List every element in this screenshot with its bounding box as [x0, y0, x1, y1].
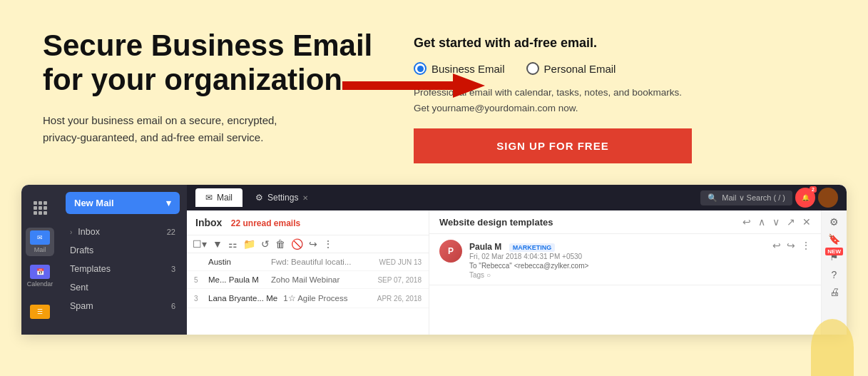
gear-settings-icon[interactable]: ⚙: [829, 216, 839, 228]
email-tags: Tags ○: [469, 271, 765, 279]
user-avatar[interactable]: [818, 188, 838, 208]
email-meta-date: Fri, 02 Mar 2018 4:04:31 PM +0530: [469, 253, 765, 260]
print-icon[interactable]: 🖨: [829, 286, 839, 298]
new-mail-button[interactable]: New Mail ▾: [66, 192, 180, 214]
delete-icon[interactable]: 🗑: [275, 238, 285, 250]
mail-tab-icon: ✉: [205, 193, 213, 203]
close-tab-icon[interactable]: ✕: [302, 194, 308, 202]
email-toolbar: ☐▾ ▼ ⚏ 📁 ↺ 🗑 🚫 ↪ ⋮: [187, 235, 429, 253]
get-started-title: Get started with ad-free email.: [414, 36, 713, 51]
checkbox-icon[interactable]: ☐▾: [193, 238, 207, 250]
app-wrapper: ✉ Mail 📅 Calendar ☰: [21, 185, 847, 335]
reply-action-icon[interactable]: ↩: [772, 240, 781, 251]
grid-apps-icon: [34, 201, 47, 215]
new-badge: NEW: [825, 248, 843, 255]
email-area: Inbox 22 unread emails ☐▾ ▼ ⚏ 📁 ↺ 🗑 🚫 ↪: [187, 210, 847, 335]
main-headline: Secure Business Email for your organizat…: [43, 29, 385, 98]
app-mockup: ✉ Mail 📅 Calendar ☰: [21, 185, 847, 335]
grid-apps-icon-item[interactable]: [26, 193, 54, 222]
nav-item-templates[interactable]: Templates 3: [58, 260, 187, 278]
email-list-panel: Inbox 22 unread emails ☐▾ ▼ ⚏ 📁 ↺ 🗑 🚫 ↪: [187, 210, 429, 335]
detail-title: Website design templates: [439, 217, 553, 228]
notification-icon[interactable]: 🔔 2: [795, 188, 815, 208]
top-bar: ✉ Mail ⚙ Settings ✕ 🔍 Mail ∨ Search ( / …: [187, 185, 847, 210]
email-row[interactable]: 5 Me... Paula M Zoho Mail Webinar SEP 07…: [187, 271, 429, 289]
settings-tab-icon: ⚙: [255, 193, 263, 203]
personal-email-option[interactable]: Personal Email: [526, 62, 616, 75]
left-nav: New Mail ▾ › Inbox 22 Drafts: [58, 185, 187, 335]
reply-icon[interactable]: ↩: [742, 216, 751, 228]
search-icon: 🔍: [708, 193, 718, 203]
nav-item-spam[interactable]: Spam 6: [58, 297, 187, 315]
svg-marker-1: [453, 73, 485, 98]
sender-avatar: P: [439, 240, 462, 263]
close-detail-icon[interactable]: ✕: [802, 216, 811, 228]
detail-header: Website design templates ↩ ∧ ∨ ↗ ✕: [429, 210, 821, 234]
more-icon[interactable]: ⋮: [323, 238, 333, 250]
refresh-icon[interactable]: ↺: [261, 238, 270, 250]
mail-sidebar-item[interactable]: ✉ Mail: [26, 228, 54, 256]
chevron-up-icon[interactable]: ∧: [758, 216, 765, 228]
email-meta-info: Paula M MARKETING Fri, 02 Mar 2018 4:04:…: [469, 240, 765, 279]
signup-button[interactable]: SIGN UP FOR FREE: [414, 128, 692, 163]
forward-action-icon[interactable]: ↪: [787, 240, 795, 251]
main-content: ✉ Mail ⚙ Settings ✕ 🔍 Mail ∨ Search ( / …: [187, 185, 847, 335]
email-meta: P Paula M MARKETING Fri, 02 Mar 2018 4:0…: [429, 234, 821, 285]
inbox-title: Inbox: [195, 217, 222, 228]
chevron-right-icon: ›: [70, 228, 72, 236]
email-row[interactable]: Austin Fwd: Beautiful locati... WED JUN …: [187, 253, 429, 271]
calendar-sidebar-item[interactable]: 📅 Calendar: [26, 262, 54, 290]
email-detail-panel: Website design templates ↩ ∧ ∨ ↗ ✕: [429, 210, 821, 335]
top-section: Secure Business Email for your organizat…: [0, 0, 868, 185]
bottom-sidebar-item[interactable]: ☰: [26, 298, 54, 326]
icon-sidebar: ✉ Mail 📅 Calendar ☰: [21, 185, 58, 335]
left-content: Secure Business Email for your organizat…: [43, 29, 385, 146]
search-bar[interactable]: 🔍 Mail ∨ Search ( / ): [700, 190, 792, 205]
right-settings-panel: ⚙ 🔖 ⚑ NEW ? 🖨: [821, 210, 847, 335]
detail-actions: ↩ ∧ ∨ ↗ ✕: [742, 216, 811, 228]
folder-icon[interactable]: 📁: [243, 238, 255, 250]
nav-item-drafts[interactable]: Drafts: [58, 241, 187, 260]
sub-text: Host your business email on a secure, en…: [43, 112, 314, 146]
nav-item-inbox[interactable]: › Inbox 22: [58, 223, 187, 241]
filter-icon[interactable]: ▼: [213, 238, 223, 250]
chevron-down-icon[interactable]: ∨: [772, 216, 780, 228]
nav-item-sent[interactable]: Sent: [58, 278, 187, 297]
sender-name: Paula M: [469, 242, 501, 252]
mail-icon: ✉: [30, 230, 50, 245]
calendar-icon: 📅: [30, 265, 50, 279]
personal-email-radio[interactable]: [526, 62, 539, 75]
tab-settings[interactable]: ⚙ Settings ✕: [245, 188, 318, 207]
menu-icon: ☰: [30, 305, 50, 319]
block-icon[interactable]: 🚫: [291, 238, 303, 250]
more-action-icon[interactable]: ⋮: [801, 240, 811, 251]
forward-icon[interactable]: ↪: [309, 238, 317, 250]
tab-mail[interactable]: ✉ Mail: [195, 188, 242, 207]
question-icon[interactable]: ?: [832, 269, 837, 280]
unread-count: 22 unread emails: [231, 218, 300, 228]
email-row[interactable]: 3 Lana Bryante... Me 1☆ Agile Process AP…: [187, 289, 429, 308]
organize-icon[interactable]: ⚏: [228, 238, 238, 250]
email-list-header: Inbox 22 unread emails: [187, 210, 429, 235]
red-arrow-icon: [342, 68, 485, 103]
email-to: To "Rebecca" <rebecca@zylker.com>: [469, 262, 765, 270]
marketing-badge: MARKETING: [509, 243, 556, 252]
yellow-decoration: [811, 319, 854, 376]
dropdown-chevron-icon: ▾: [166, 198, 171, 208]
arrow-container: [342, 68, 485, 103]
bookmark-icon[interactable]: 🔖: [828, 233, 840, 245]
page-wrapper: Secure Business Email for your organizat…: [0, 0, 868, 376]
expand-icon[interactable]: ↗: [787, 216, 795, 228]
